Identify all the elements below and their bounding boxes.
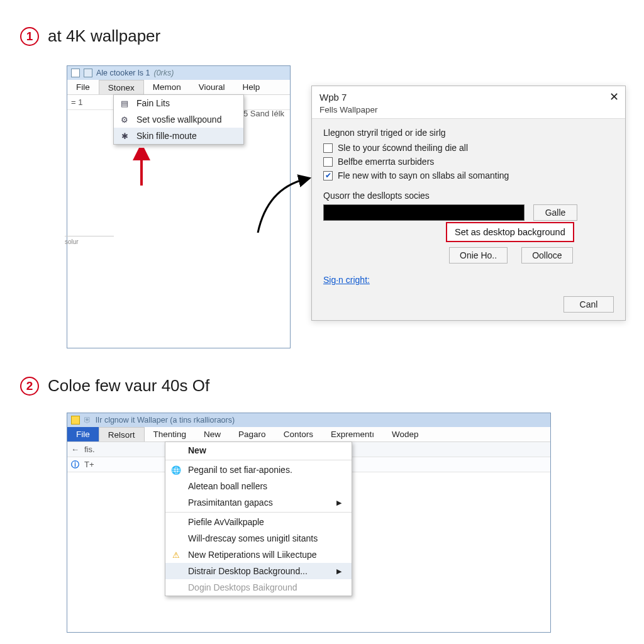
blank-icon-5 — [170, 533, 182, 544]
btn-oolloce[interactable]: Oolloce — [521, 247, 572, 264]
dialog-line2: Qusorr the desllopts socies — [323, 191, 614, 201]
dropdown2-sep1 — [165, 460, 352, 460]
dropdown2-sep2 — [165, 512, 352, 513]
blank-icon-3 — [170, 497, 182, 508]
step1-dropdown: ▤ Fain Lits ⚙ Set vosfie wallkpound ✱ Sk… — [113, 94, 244, 145]
menuitem2-new[interactable]: New — [165, 442, 352, 458]
step2-title: lIr clgnow it Wallaper (a tins rkalliora… — [96, 416, 235, 425]
menuitem2-aletean[interactable]: Aletean boall nellers — [165, 478, 352, 494]
toolbar-right-text: 5 Sand Iélk — [243, 109, 284, 118]
globe-icon: 🌐 — [170, 464, 182, 475]
blank-icon-2 — [170, 480, 182, 492]
checkbox-3[interactable]: ✔ — [323, 171, 333, 180]
step1-titlebar[interactable]: Ale ctooker ls 1 (0rks) — [67, 66, 290, 80]
menu2-exprement[interactable]: Exprementı — [322, 427, 383, 441]
menu2-pagaro[interactable]: Pagaro — [230, 427, 275, 441]
step2-titlebar[interactable]: ⛨ lIr clgnow it Wallaper (a tins rkallio… — [67, 413, 550, 427]
dialog-titlebar[interactable]: Wpb 7 ✕ — [312, 86, 625, 105]
step1-menubar: File Stonex Memon Vioural Help — [67, 80, 290, 95]
blank-icon-6 — [170, 565, 182, 577]
blank-icon-4 — [170, 516, 182, 528]
btn-cancel[interactable]: Canl — [564, 296, 614, 313]
side-divider — [65, 236, 114, 236]
dialog-line1: Llegnon stryril triged or ide sirlg — [323, 128, 614, 138]
menuitem2-dogin-label: Dogin Desktops Baikground — [188, 582, 297, 592]
step2-label: 2 Coloe few vaur 40s Of — [20, 376, 209, 396]
side-label: solur — [65, 238, 79, 245]
checkbox-3-label: Fle new with to sayn on sllabs ail soman… — [338, 170, 509, 180]
step2-text: Coloe few vaur 40s Of — [48, 376, 209, 396]
chevron-right-icon-2: ▶ — [321, 567, 341, 575]
dialog-tabs[interactable]: Fells Wallpaper — [312, 105, 625, 119]
menuitem-fain-lits[interactable]: ▤ Fain Lits — [114, 95, 243, 111]
menu2-wodep[interactable]: Wodep — [383, 427, 428, 441]
step2-menubar: File Relsort Thenting New Pagaro Contors… — [67, 427, 550, 442]
menu-help[interactable]: Help — [234, 80, 269, 94]
menuitem2-newret-label: New Retiperations will Liikectupe — [188, 550, 317, 560]
info-icon: ⓘ — [71, 459, 79, 470]
checkbox-2-label: Belfbe emerrta surbiders — [338, 157, 434, 167]
menuitem2-newret[interactable]: ⚠ New Retiperations will Liikectupe — [165, 547, 352, 563]
gear-icon: ⚙ — [119, 114, 130, 125]
menu-file[interactable]: File — [67, 80, 99, 94]
step2-number: 2 — [20, 377, 39, 396]
app-icon — [71, 69, 80, 77]
menuitem-set-wallpaper[interactable]: ⚙ Set vosfie wallkpound — [114, 111, 243, 128]
red-arrow-annotation — [132, 148, 151, 191]
menuitem2-desktop-bg[interactable]: Distrair Desktop Background... ▶ — [165, 563, 352, 579]
menu-vioural[interactable]: Vioural — [190, 80, 234, 94]
menuitem2-peganil-label: Peganil to set fiar-aponies. — [188, 465, 292, 475]
step1-title-b: (0rks) — [153, 69, 174, 77]
menuitem2-dogin: Dogin Desktops Baikground — [165, 579, 352, 596]
step1-label: 1 at 4K wallpaper — [20, 26, 160, 46]
chevron-right-icon: ▶ — [321, 499, 341, 507]
dialog-title: Wpb 7 — [319, 92, 347, 103]
checkbox-2[interactable] — [323, 157, 333, 167]
shield-icon: ⛨ — [84, 416, 92, 425]
checkbox-row-1[interactable]: Sle to your ścownd theiling die all — [323, 143, 614, 153]
menuitem2-prasim-label: Prasimitantan gapacs — [188, 497, 273, 508]
app-icon-2 — [84, 69, 92, 77]
dialog-body: Llegnon stryril triged or ide sirlg Sle … — [312, 119, 625, 320]
step1-text: at 4K wallpaper — [48, 26, 160, 46]
menuitem-skin-file[interactable]: ✱ Skin fille-moute — [114, 128, 243, 144]
menu2-contors[interactable]: Contors — [275, 427, 322, 441]
sign-link[interactable]: Sig·n cright: — [323, 275, 370, 285]
step1-number: 1 — [20, 27, 39, 46]
menuitem2-piefile[interactable]: Piefile AvVailkpaple — [165, 514, 352, 530]
menuitem-set-wallpaper-label: Set vosfie wallkpound — [136, 114, 221, 125]
menuitem-fain-lits-label: Fain Lits — [136, 98, 170, 108]
checkbox-row-3[interactable]: ✔ Fle new with to sayn on sllabs ail som… — [323, 170, 614, 180]
set-desktop-background-button[interactable]: Set as desktop background — [446, 222, 574, 242]
menu2-thenting[interactable]: Thenting — [145, 427, 196, 441]
menuitem2-piefile-label: Piefile AvVailkpaple — [188, 517, 264, 527]
menu2-file[interactable]: File — [67, 427, 99, 441]
menuitem2-willd[interactable]: Will-drescay somes unigitl sitants — [165, 530, 352, 547]
menuitem2-peganil[interactable]: 🌐 Peganil to set fiar-aponies. — [165, 462, 352, 478]
back-arrow-icon[interactable]: ← — [71, 445, 79, 454]
close-icon[interactable]: ✕ — [609, 90, 619, 104]
menu2-new[interactable]: New — [195, 427, 230, 441]
menuitem2-prasim[interactable]: Prasimitantan gapacs ▶ — [165, 494, 352, 511]
btn-onie[interactable]: Onie Ho.. — [449, 247, 508, 264]
checkbox-row-2[interactable]: Belfbe emerrta surbiders — [323, 157, 614, 167]
checkbox-1-label: Sle to your ścownd theiling die all — [338, 143, 468, 153]
btn-galle[interactable]: Galle — [533, 204, 577, 221]
warn-icon: ⚠ — [170, 549, 182, 560]
dialog-tabs-text: Fells Wallpaper — [319, 105, 378, 114]
step2-dropdown: New 🌐 Peganil to set fiar-aponies. Alete… — [165, 441, 352, 596]
step1-title-a: Ale ctooker ls 1 — [96, 69, 150, 77]
toolbar-left-text: = 1 — [71, 97, 82, 107]
wallpaper-preview — [323, 204, 525, 221]
black-arrow-annotation — [245, 151, 314, 241]
menu-memon[interactable]: Memon — [144, 80, 190, 94]
doc-icon: ▤ — [119, 97, 130, 109]
toolbar2-text2: T+ — [84, 460, 94, 469]
menuitem2-willd-label: Will-drescay somes unigitl sitants — [188, 533, 318, 543]
wallpaper-dialog: Wpb 7 ✕ Fells Wallpaper Llegnon stryril … — [311, 86, 626, 321]
menuitem2-desktop-bg-label: Distrair Desktop Background... — [188, 566, 308, 576]
checkbox-1[interactable] — [323, 143, 333, 153]
menu-stonex[interactable]: Stonex — [99, 80, 144, 94]
menu2-relsort[interactable]: Relsort — [99, 427, 145, 441]
star-icon: ✱ — [119, 130, 130, 142]
